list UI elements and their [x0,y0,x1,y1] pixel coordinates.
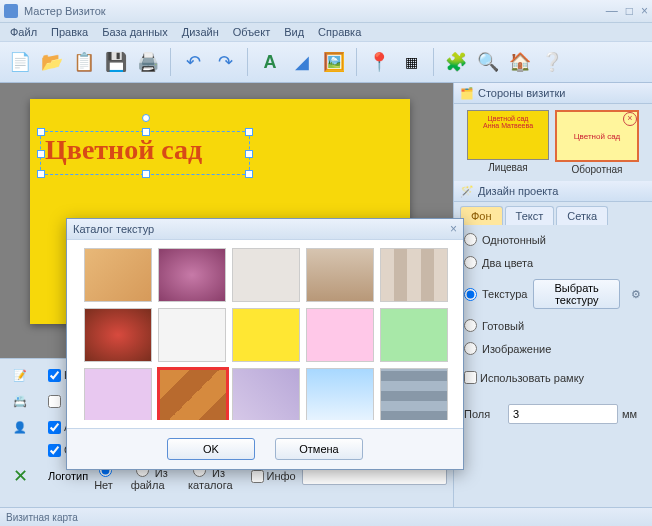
menu-file[interactable]: Файл [4,24,43,40]
map-icon: 📍 [368,53,390,71]
help-button[interactable]: ❔ [538,48,566,76]
choose-texture-button[interactable]: Выбрать текстуру [533,279,620,309]
resize-handle[interactable] [245,170,253,178]
card-text[interactable]: Цветной сад [41,132,249,168]
shape-button[interactable]: ◢ [288,48,316,76]
folder-icon: 📂 [41,53,63,71]
close-button[interactable]: × [641,4,648,18]
undo-icon: ↶ [186,53,201,71]
resize-handle[interactable] [37,150,45,158]
prop-icon: 📝 [6,363,34,387]
undo-button[interactable]: ↶ [179,48,207,76]
menu-help[interactable]: Справка [312,24,367,40]
statusbar: Визитная карта [0,507,652,526]
menu-design[interactable]: Дизайн [176,24,225,40]
status-text: Визитная карта [6,512,78,523]
texture-swatch[interactable] [158,308,226,362]
gear-icon[interactable]: ⚙ [630,286,642,302]
minimize-button[interactable]: — [606,4,618,18]
redo-icon: ↷ [218,53,233,71]
toolbar-separator [170,48,171,76]
logo-label: Логотип [48,470,88,482]
dialog-title: Каталог текстур [73,223,154,235]
menubar: Файл Правка База данных Дизайн Объект Ви… [0,23,652,41]
home-button[interactable]: 🏠 [506,48,534,76]
tab-background[interactable]: Фон [460,206,503,225]
texture-swatch[interactable] [232,368,300,420]
texture-swatch[interactable] [380,308,448,362]
text-object-selection[interactable]: Цветной сад [40,131,250,175]
shape-icon: ◢ [295,53,309,71]
info-checkbox[interactable]: Инфо [251,470,296,483]
open-button[interactable]: 📂 [38,48,66,76]
new-icon: 📄 [9,53,31,71]
bg-radio-texture[interactable]: Текстура [464,288,527,301]
prop-icon: 📇 [6,389,34,413]
sides-panel-header: 🗂️Стороны визитки [454,83,652,104]
design-panel-header: 🪄Дизайн проекта [454,181,652,202]
puzzle-button[interactable]: 🧩 [442,48,470,76]
texture-swatch[interactable] [84,368,152,420]
margins-unit: мм [622,408,637,420]
resize-handle[interactable] [142,170,150,178]
toolbar-separator [247,48,248,76]
texture-swatch[interactable] [158,368,228,420]
qr-icon: ▦ [405,55,418,69]
zoom-button[interactable]: 🔍 [474,48,502,76]
info-label: Инфо [267,470,296,482]
rotate-handle[interactable] [142,114,150,122]
side-front-label: Лицевая [488,162,528,173]
save-button[interactable]: 💾 [102,48,130,76]
texture-swatch[interactable] [306,308,374,362]
texture-swatch[interactable] [306,248,374,302]
print-button[interactable]: 🖨️ [134,48,162,76]
texture-swatch[interactable] [158,248,226,302]
side-back-label: Оборотная [571,164,622,175]
tab-text[interactable]: Текст [505,206,555,225]
bg-radio-solid[interactable]: Однотонный [464,233,642,246]
texture-swatch[interactable] [306,368,374,420]
menu-database[interactable]: База данных [96,24,174,40]
texture-swatch[interactable] [84,308,152,362]
dialog-titlebar[interactable]: Каталог текстур × [67,219,463,239]
texture-swatch[interactable] [380,368,448,420]
texture-swatch[interactable] [380,248,448,302]
maximize-button[interactable]: □ [626,4,633,18]
texture-swatch[interactable] [232,308,300,362]
ok-button[interactable]: OK [167,438,255,460]
use-frame-checkbox[interactable]: Использовать рамку [464,371,642,384]
qr-button[interactable]: ▦ [397,48,425,76]
resize-handle[interactable] [37,128,45,136]
resize-handle[interactable] [245,150,253,158]
side-back[interactable]: × Цветной сад Оборотная [555,110,639,175]
resize-handle[interactable] [245,128,253,136]
side-front[interactable]: Цветной садАнна Матвеева Лицевая [467,110,549,175]
resize-handle[interactable] [37,170,45,178]
menu-object[interactable]: Объект [227,24,276,40]
toolbar-separator [433,48,434,76]
redo-button[interactable]: ↷ [211,48,239,76]
texture-swatch[interactable] [84,248,152,302]
new-button[interactable]: 📄 [6,48,34,76]
remove-side-button[interactable]: × [623,112,637,126]
dialog-close-button[interactable]: × [450,222,457,236]
image-button[interactable]: 🖼️ [320,48,348,76]
home-icon: 🏠 [509,53,531,71]
tab-grid[interactable]: Сетка [556,206,608,225]
menu-view[interactable]: Вид [278,24,310,40]
bg-radio-image[interactable]: Изображение [464,342,642,355]
text-icon: A [264,53,277,71]
cancel-button[interactable]: Отмена [275,438,363,460]
texture-swatch[interactable] [232,248,300,302]
map-button[interactable]: 📍 [365,48,393,76]
texture-grid [75,248,455,420]
text-button[interactable]: A [256,48,284,76]
zoom-icon: 🔍 [477,53,499,71]
resize-handle[interactable] [142,128,150,136]
menu-edit[interactable]: Правка [45,24,94,40]
paste-button[interactable]: 📋 [70,48,98,76]
bg-radio-ready[interactable]: Готовый [464,319,642,332]
bg-radio-two[interactable]: Два цвета [464,256,642,269]
margins-input[interactable] [508,404,618,424]
prop-icon: ✕ [6,464,34,488]
